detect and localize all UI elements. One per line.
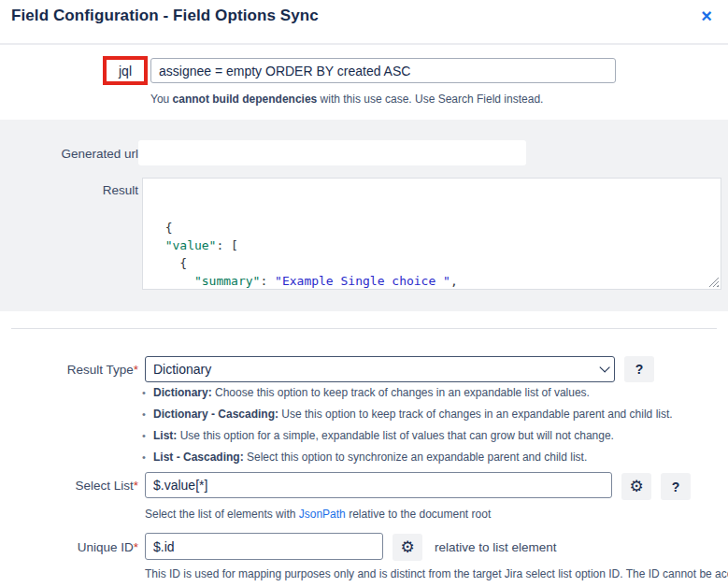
- section-divider: [11, 328, 717, 329]
- result-json-textarea[interactable]: { "value": [ { "summary": "Example Singl…: [142, 178, 721, 290]
- list-item: Dictionary - Cascading: Use this option …: [140, 408, 673, 421]
- select-list-settings-button[interactable]: ⚙: [621, 473, 651, 500]
- select-list-label-text: Select List: [75, 479, 133, 493]
- result-type-label: Result Type*: [0, 363, 138, 377]
- unique-id-settings-button[interactable]: ⚙: [393, 534, 422, 561]
- generated-url-label: Generated url: [0, 147, 138, 161]
- jql-helper-prefix: You: [150, 93, 173, 106]
- jql-helper-suffix: with this use case. Use Search Field ins…: [317, 93, 543, 106]
- dialog-header: Field Configuration - Field Options Sync…: [0, 0, 728, 45]
- result-type-options-help-list: Dictionary: Choose this option to keep t…: [140, 386, 673, 472]
- unique-id-input[interactable]: [145, 533, 383, 560]
- unique-id-suffix-text: relative to list element: [435, 540, 557, 554]
- option-term: Dictionary - Cascading:: [153, 408, 278, 421]
- list-item: List: Use this option for a simple, expa…: [140, 429, 673, 442]
- field-configuration-dialog: Field Configuration - Field Options Sync…: [0, 0, 728, 587]
- option-desc: Select this option to synchronize an exp…: [244, 451, 588, 464]
- option-desc: Use this option to keep track of changes…: [278, 408, 673, 421]
- select-list-input[interactable]: [145, 472, 612, 498]
- generated-url-input[interactable]: [138, 140, 526, 165]
- jql-helper-bold: cannot build dependencies: [173, 93, 318, 106]
- option-term: List - Cascading:: [153, 451, 244, 464]
- list-item: List - Cascading: Select this option to …: [140, 451, 673, 464]
- unique-id-label: Unique ID*: [0, 540, 138, 554]
- page-title: Field Configuration - Field Options Sync: [11, 7, 319, 25]
- required-asterisk: *: [134, 363, 138, 377]
- result-type-label-text: Result Type: [67, 363, 134, 377]
- required-asterisk: *: [134, 540, 138, 554]
- select-list-help-button[interactable]: ?: [661, 473, 691, 500]
- helper-prefix: Select the list of elements with: [145, 508, 299, 521]
- result-label: Result: [0, 183, 138, 197]
- jql-input[interactable]: [150, 58, 616, 83]
- result-type-selected-value: Dictionary: [153, 362, 599, 377]
- jql-label: jql: [119, 64, 132, 79]
- gear-icon: ⚙: [400, 539, 414, 555]
- option-desc: Use this option for a simple, expandable…: [177, 429, 614, 442]
- unique-id-helper-text: This ID is used for mapping purposes onl…: [145, 567, 728, 580]
- select-list-helper-text: Select the list of elements with JsonPat…: [145, 508, 491, 521]
- helper-suffix: relative to the document root: [346, 508, 491, 521]
- option-term: List:: [153, 429, 177, 442]
- list-item: Dictionary: Choose this option to keep t…: [140, 386, 673, 399]
- select-list-label: Select List*: [0, 479, 138, 493]
- textarea-resize-handle[interactable]: [708, 277, 719, 287]
- chevron-down-icon: [599, 362, 609, 372]
- result-type-select[interactable]: Dictionary: [145, 356, 615, 382]
- required-asterisk: *: [134, 479, 138, 493]
- option-desc: Choose this option to keep track of chan…: [212, 386, 590, 399]
- jql-helper-text: You cannot build dependencies with this …: [150, 93, 543, 106]
- close-icon[interactable]: ×: [694, 4, 719, 28]
- jql-label-highlight-box: jql: [103, 56, 148, 85]
- gear-icon: ⚙: [629, 479, 643, 494]
- result-type-help-button[interactable]: ?: [624, 356, 654, 382]
- unique-id-label-text: Unique ID: [78, 540, 134, 554]
- jsonpath-link[interactable]: JsonPath: [299, 508, 346, 521]
- option-term: Dictionary:: [153, 386, 212, 399]
